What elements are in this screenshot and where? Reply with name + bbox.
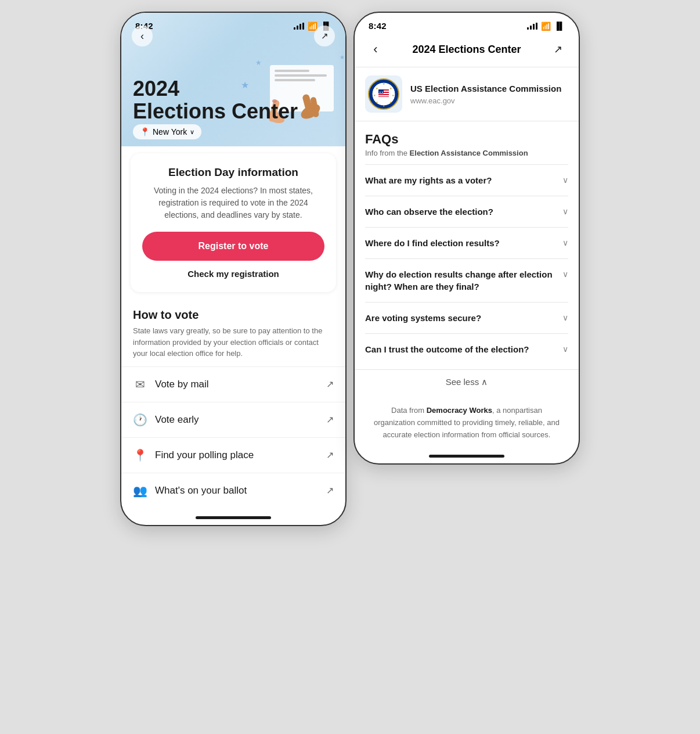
footer-pre-text: Data from xyxy=(391,406,427,415)
eac-logo-svg: ★ ★ ★ ★ ★ ★ ★ ★ ★★ xyxy=(367,78,400,110)
svg-text:★: ★ xyxy=(255,59,262,67)
right-home-indicator xyxy=(429,455,504,458)
chevron-icon-6: ∨ xyxy=(562,344,568,354)
org-logo: ★ ★ ★ ★ ★ ★ ★ ★ ★★ xyxy=(365,75,402,113)
faq-question-6: Can I trust the outcome of the election? xyxy=(365,343,562,355)
how-to-vote-title: How to vote xyxy=(133,308,334,322)
right-status-icons: 📶 ▐▌ xyxy=(527,21,565,31)
right-header-title: 2024 Elections Center xyxy=(386,44,547,56)
faq-item-2[interactable]: Who can observe the election? ∨ xyxy=(365,196,568,227)
faq-question-5: Are voting systems secure? xyxy=(365,312,562,324)
vote-by-mail-label: Vote by mail xyxy=(155,379,209,390)
chevron-icon-4: ∨ xyxy=(562,269,568,279)
find-polling-place-item[interactable]: 📍 Find your polling place ↗ xyxy=(121,437,345,473)
find-polling-label: Find your polling place xyxy=(155,449,254,461)
chevron-icon-1: ∨ xyxy=(562,175,568,185)
see-less-button[interactable]: See less ∧ xyxy=(355,369,579,394)
faqs-org-name: Election Assistance Commission xyxy=(410,149,528,157)
footer-note: Data from Democracy Works, a nonpartisan… xyxy=(355,394,579,447)
right-wifi-icon: 📶 xyxy=(541,21,551,31)
external-link-icon-polling: ↗ xyxy=(326,449,334,460)
faqs-section: FAQs Info from the Election Assistance C… xyxy=(355,121,579,369)
check-registration-button[interactable]: Check my registration xyxy=(187,269,279,279)
location-pin-icon: 📍 xyxy=(140,127,150,136)
right-back-button[interactable]: ‹ xyxy=(365,39,386,60)
chevron-icon-5: ∨ xyxy=(562,313,568,322)
how-to-vote-description: State laws vary greatly, so be sure to p… xyxy=(133,325,334,359)
faq-question-4: Why do election results change after ele… xyxy=(365,268,562,293)
ballot-left: 👥 What's on your ballot xyxy=(133,484,247,498)
election-day-title: Election Day information xyxy=(142,166,324,179)
chevron-icon-3: ∨ xyxy=(562,238,568,247)
faqs-sub-text: Info from the xyxy=(365,149,407,157)
vote-early-label: Vote early xyxy=(155,414,199,426)
footer-org-name: Democracy Works xyxy=(427,406,492,415)
faq-item-4[interactable]: Why do election results change after ele… xyxy=(365,258,568,302)
back-button[interactable]: ‹ xyxy=(132,26,153,46)
faqs-title: FAQs xyxy=(365,132,568,147)
location-icon: 📍 xyxy=(133,448,147,462)
right-header: ‹ 2024 Elections Center ↗ xyxy=(355,34,579,67)
right-signal-icon xyxy=(527,23,537,30)
org-info: US Election Assistance Commission www.ea… xyxy=(410,83,561,105)
hero-title-line2: Elections Center xyxy=(133,99,298,123)
left-phone: 8:42 📶 ▐▌ ‹ ↗ xyxy=(120,12,347,526)
faq-item-3[interactable]: Where do I find election results? ∨ xyxy=(365,227,568,258)
vote-early-left: 🕐 Vote early xyxy=(133,413,199,427)
mail-icon: ✉ xyxy=(133,377,147,391)
org-url: www.eac.gov xyxy=(410,96,561,105)
svg-rect-1 xyxy=(275,70,309,72)
faq-item-6[interactable]: Can I trust the outcome of the election?… xyxy=(365,333,568,365)
see-less-label: See less ∧ xyxy=(446,377,488,387)
vote-early-item[interactable]: 🕐 Vote early ↗ xyxy=(121,402,345,437)
svg-text:★★: ★★ xyxy=(379,91,384,93)
hero-section: 8:42 📶 ▐▌ ‹ ↗ xyxy=(121,13,345,146)
faq-item-1[interactable]: What are my rights as a voter? ∨ xyxy=(365,164,568,196)
right-battery-icon: ▐▌ xyxy=(554,21,565,30)
org-name: US Election Assistance Commission xyxy=(410,83,561,95)
how-to-vote-section: How to vote State laws vary greatly, so … xyxy=(121,299,345,359)
right-status-bar: 8:42 📶 ▐▌ xyxy=(355,13,579,34)
org-card: ★ ★ ★ ★ ★ ★ ★ ★ ★★ xyxy=(355,67,579,121)
external-link-icon-mail: ↗ xyxy=(326,379,334,390)
election-day-description: Voting in the 2024 elections? In most st… xyxy=(142,185,324,221)
find-polling-left: 📍 Find your polling place xyxy=(133,448,254,462)
hero-nav: ‹ ↗ xyxy=(121,21,345,51)
people-icon: 👥 xyxy=(133,484,147,498)
faq-question-2: Who can observe the election? xyxy=(365,206,562,218)
svg-text:★: ★ xyxy=(340,54,345,60)
chevron-icon-2: ∨ xyxy=(562,207,568,216)
home-indicator xyxy=(196,516,271,519)
faqs-subtitle: Info from the Election Assistance Commis… xyxy=(365,149,568,157)
faq-item-5[interactable]: Are voting systems secure? ∨ xyxy=(365,302,568,333)
faq-question-3: Where do I find election results? xyxy=(365,237,562,249)
external-link-icon-ballot: ↗ xyxy=(326,485,334,496)
clock-icon: 🕐 xyxy=(133,413,147,427)
vote-by-mail-item[interactable]: ✉ Vote by mail ↗ xyxy=(121,366,345,402)
share-button[interactable]: ↗ xyxy=(314,26,335,46)
location-name: New York xyxy=(153,127,187,136)
svg-rect-2 xyxy=(275,74,327,77)
right-time: 8:42 xyxy=(369,21,387,31)
whats-on-ballot-item[interactable]: 👥 What's on your ballot ↗ xyxy=(121,473,345,508)
right-phone: 8:42 📶 ▐▌ ‹ 2024 Elections Center ↗ xyxy=(353,12,580,465)
external-link-icon-early: ↗ xyxy=(326,414,334,425)
screens-container: 8:42 📶 ▐▌ ‹ ↗ xyxy=(120,12,580,526)
election-day-card: Election Day information Voting in the 2… xyxy=(131,153,336,292)
register-to-vote-button[interactable]: Register to vote xyxy=(142,232,324,261)
hero-title: 2024 Elections Center xyxy=(133,77,298,123)
chevron-down-icon: ∨ xyxy=(190,128,194,136)
hero-title-line1: 2024 xyxy=(133,77,179,100)
ballot-label: What's on your ballot xyxy=(155,485,247,496)
location-chip[interactable]: 📍 New York ∨ xyxy=(133,124,201,139)
right-share-button[interactable]: ↗ xyxy=(547,39,568,60)
vote-items-list: ✉ Vote by mail ↗ 🕐 Vote early ↗ 📍 Find y… xyxy=(121,366,345,508)
svg-rect-26 xyxy=(378,95,389,96)
vote-by-mail-left: ✉ Vote by mail xyxy=(133,377,209,391)
faq-question-1: What are my rights as a voter? xyxy=(365,174,562,186)
